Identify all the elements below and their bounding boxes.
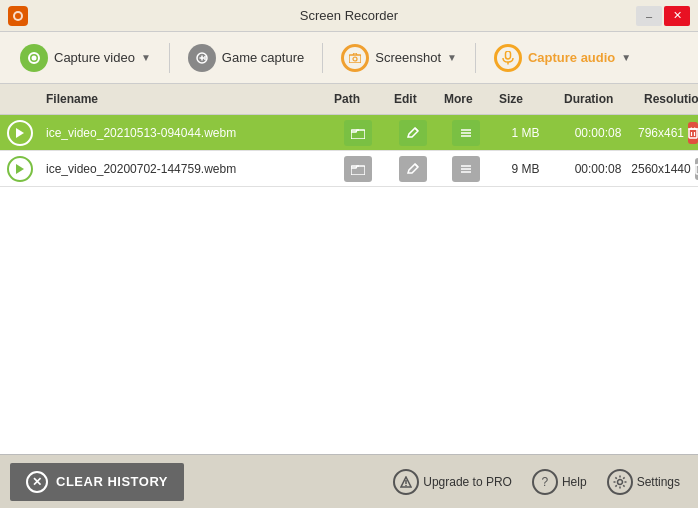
svg-line-19	[691, 127, 692, 129]
edit-button-1[interactable]	[399, 120, 427, 146]
size-1: 1 MB	[511, 126, 539, 140]
capture-video-label: Capture video	[54, 50, 135, 65]
toolbar-sep-2	[322, 43, 323, 73]
help-label: Help	[562, 475, 587, 489]
capture-video-chevron: ▼	[141, 52, 151, 63]
filename-cell-1: ice_video_20210513-094044.webm	[40, 122, 328, 144]
duration-cell-1: 00:00:08	[558, 122, 638, 144]
help-button[interactable]: ? Help	[524, 463, 595, 501]
minimize-button[interactable]: –	[636, 6, 662, 26]
screenshot-icon	[341, 44, 369, 72]
table-row: ice_video_20210513-094044.webm	[0, 115, 698, 151]
svg-rect-7	[349, 55, 361, 63]
table-header: Filename Path Edit More Size Duration Re…	[0, 84, 698, 115]
svg-line-13	[415, 128, 418, 131]
game-capture-button[interactable]: Game capture	[178, 38, 314, 78]
path-cell-2[interactable]	[328, 152, 388, 186]
resolution-cell-2: 2560x1440	[638, 154, 698, 184]
play-cell-2[interactable]	[0, 152, 40, 186]
recordings-table: Filename Path Edit More Size Duration Re…	[0, 84, 698, 454]
svg-rect-9	[505, 51, 510, 59]
filename-2: ice_video_20200702-144759.webm	[46, 162, 236, 176]
play-cell-1[interactable]	[0, 116, 40, 150]
svg-point-6	[204, 58, 206, 60]
capture-video-icon	[20, 44, 48, 72]
header-duration: Duration	[558, 92, 638, 106]
header-edit: Edit	[388, 92, 438, 106]
header-filename: Filename	[40, 92, 328, 106]
header-resolution: Resolution	[638, 92, 698, 106]
svg-marker-11	[16, 128, 24, 138]
clear-history-icon: ✕	[26, 471, 48, 493]
header-path: Path	[328, 92, 388, 106]
close-button[interactable]: ✕	[664, 6, 690, 26]
settings-label: Settings	[637, 475, 680, 489]
filename-1: ice_video_20210513-094044.webm	[46, 126, 236, 140]
clear-history-button[interactable]: ✕ CLEAR HISTORY	[10, 463, 184, 501]
svg-line-25	[415, 164, 418, 167]
svg-point-37	[405, 484, 407, 486]
table-row: ice_video_20200702-144759.webm	[0, 151, 698, 187]
clear-history-label: CLEAR HISTORY	[56, 474, 168, 489]
settings-button[interactable]: Settings	[599, 463, 688, 501]
filename-cell-2: ice_video_20200702-144759.webm	[40, 158, 328, 180]
header-more: More	[438, 92, 493, 106]
svg-line-20	[695, 127, 696, 129]
game-capture-icon	[188, 44, 216, 72]
resolution-cell-1: 796x461	[638, 118, 698, 148]
screenshot-chevron: ▼	[447, 52, 457, 63]
help-icon: ?	[532, 469, 558, 495]
capture-audio-chevron: ▼	[621, 52, 631, 63]
window-title: Screen Recorder	[300, 8, 398, 23]
toolbar: Capture video ▼ Game capture Screenshot …	[0, 32, 698, 84]
upgrade-label: Upgrade to PRO	[423, 475, 512, 489]
more-button-2[interactable]	[452, 156, 480, 182]
play-button-2[interactable]	[7, 156, 33, 182]
play-button-1[interactable]	[7, 120, 33, 146]
edit-cell-2[interactable]	[388, 152, 438, 186]
svg-point-8	[353, 57, 357, 61]
resolution-1: 796x461	[638, 126, 684, 140]
screenshot-label: Screenshot	[375, 50, 441, 65]
capture-audio-label: Capture audio	[528, 50, 615, 65]
svg-point-5	[204, 56, 206, 58]
capture-audio-button[interactable]: Capture audio ▼	[484, 38, 641, 78]
upgrade-button[interactable]: Upgrade to PRO	[385, 463, 520, 501]
duration-1: 00:00:08	[575, 126, 622, 140]
edit-cell-1[interactable]	[388, 116, 438, 150]
titlebar: Screen Recorder – ✕	[0, 0, 698, 32]
screenshot-button[interactable]: Screenshot ▼	[331, 38, 467, 78]
settings-icon	[607, 469, 633, 495]
duration-cell-2: 00:00:08	[558, 158, 638, 180]
svg-marker-23	[16, 164, 24, 174]
capture-video-button[interactable]: Capture video ▼	[10, 38, 161, 78]
toolbar-sep-1	[169, 43, 170, 73]
titlebar-left	[8, 6, 28, 26]
svg-point-1	[15, 13, 21, 19]
size-cell-2: 9 MB	[493, 158, 558, 180]
toolbar-sep-3	[475, 43, 476, 73]
upgrade-icon	[393, 469, 419, 495]
app-icon	[8, 6, 28, 26]
footer: ✕ CLEAR HISTORY Upgrade to PRO ? Help	[0, 454, 698, 508]
duration-2: 00:00:08	[575, 162, 622, 176]
size-cell-1: 1 MB	[493, 122, 558, 144]
svg-rect-17	[689, 129, 697, 138]
game-capture-label: Game capture	[222, 50, 304, 65]
path-button-1[interactable]	[344, 120, 372, 146]
more-cell-2[interactable]	[438, 152, 493, 186]
svg-point-38	[617, 479, 622, 484]
resolution-2: 2560x1440	[631, 162, 690, 176]
path-cell-1[interactable]	[328, 116, 388, 150]
header-size: Size	[493, 92, 558, 106]
footer-actions: Upgrade to PRO ? Help Settings	[385, 463, 688, 501]
size-2: 9 MB	[511, 162, 539, 176]
window-controls: – ✕	[636, 6, 690, 26]
delete-button-1[interactable]	[688, 122, 698, 144]
more-button-1[interactable]	[452, 120, 480, 146]
header-play	[0, 92, 40, 106]
edit-button-2[interactable]	[399, 156, 427, 182]
capture-audio-icon	[494, 44, 522, 72]
more-cell-1[interactable]	[438, 116, 493, 150]
path-button-2[interactable]	[344, 156, 372, 182]
